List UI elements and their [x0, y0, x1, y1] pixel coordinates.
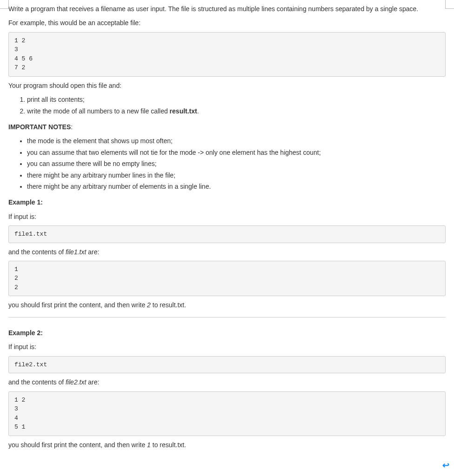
example-file-code: 1 2 3 4 5 6 7 2	[8, 32, 446, 77]
mode-value: 1	[147, 441, 151, 449]
example-2-contents-code: 1 2 3 4 5 1	[8, 391, 446, 436]
text: you should first print the content, and …	[8, 301, 147, 309]
notes-list: the mode is the element that shows up mo…	[8, 136, 446, 192]
example-2-contents-line: and the contents of file2.txt are:	[8, 377, 446, 387]
text: are:	[86, 378, 99, 386]
list-item: you can assume there will be no empty li…	[27, 159, 446, 169]
list-item: write the mode of all numbers to a new f…	[27, 106, 446, 116]
example-1-input-code: file1.txt	[8, 225, 446, 243]
result-filename: result.txt	[170, 107, 197, 115]
text: and the contents of	[8, 378, 66, 386]
list-item: there might be any arbitrary number line…	[27, 170, 446, 180]
example-1-heading: Example 1:	[8, 197, 446, 207]
example-1-contents-code: 1 2 2	[8, 261, 446, 297]
example-1-if-input: If input is:	[8, 212, 446, 222]
example-2-heading: Example 2:	[8, 328, 446, 338]
list-item: you can assume that two elements will no…	[27, 147, 446, 158]
example-1-result-line: you should first print the content, and …	[8, 300, 446, 310]
intro-paragraph-1: Write a program that receives a filename…	[8, 4, 446, 14]
crop-mark-top-left	[0, 0, 9, 9]
filename-italic: file2.txt	[66, 378, 86, 386]
list-item: there might be any arbitrary number of e…	[27, 181, 446, 192]
example-2-input-code: file2.txt	[8, 356, 446, 374]
divider	[8, 317, 446, 317]
reply-arrow-icon[interactable]: ↩	[442, 459, 449, 472]
text: are:	[86, 248, 99, 256]
important-notes-label: IMPORTANT NOTES	[8, 123, 71, 131]
instructions-lead: Your program should open this file and:	[8, 80, 446, 91]
list-item: the mode is the element that shows up mo…	[27, 136, 446, 146]
example-1-label: Example 1:	[8, 198, 43, 206]
text: you should first print the content, and …	[8, 441, 147, 449]
crop-mark-top-right	[445, 0, 454, 9]
example-2-if-input: If input is:	[8, 342, 446, 352]
mode-value: 2	[147, 301, 151, 309]
example-2-label: Example 2:	[8, 329, 43, 337]
example-2-result-line: you should first print the content, and …	[8, 440, 446, 450]
text: to result.txt.	[151, 301, 186, 309]
example-1-contents-line: and the contents of file1.txt are:	[8, 247, 446, 257]
text: to result.txt.	[151, 441, 186, 449]
list-item: print all its contents;	[27, 94, 446, 105]
filename-italic: file1.txt	[66, 248, 86, 256]
list-item-text: write the mode of all numbers to a new f…	[27, 107, 170, 115]
colon: :	[71, 123, 73, 131]
list-item-tail: .	[197, 107, 199, 115]
text: and the contents of	[8, 248, 66, 256]
intro-paragraph-2: For example, this would be an acceptable…	[8, 18, 446, 28]
important-notes-heading: IMPORTANT NOTES:	[8, 122, 446, 132]
instructions-list: print all its contents; write the mode o…	[8, 94, 446, 116]
